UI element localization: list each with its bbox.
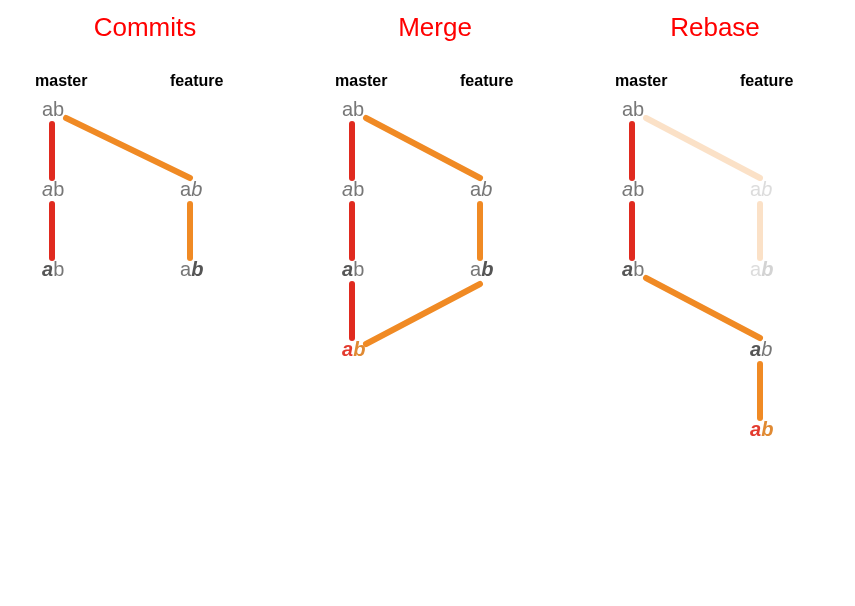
edge-m3-r1 bbox=[646, 278, 760, 338]
node-m3-merge: ab bbox=[342, 258, 364, 281]
node-m1-commits: ab bbox=[42, 98, 64, 121]
edge-m1-f1-rebase-old bbox=[646, 118, 760, 178]
connectors-merge bbox=[300, 0, 570, 420]
node-f2-merge: ab bbox=[470, 258, 493, 281]
node-m2-rebase: ab bbox=[622, 178, 644, 201]
node-f1-merge: ab bbox=[470, 178, 492, 201]
node-merge-commit: ab bbox=[342, 338, 365, 361]
node-m1-merge: ab bbox=[342, 98, 364, 121]
edge-m1-f1-merge bbox=[366, 118, 480, 178]
node-f1-commits: ab bbox=[180, 178, 202, 201]
node-f1-rebase-old: ab bbox=[750, 178, 772, 201]
node-m3-commits: ab bbox=[42, 258, 64, 281]
edge-m1-f1 bbox=[66, 118, 190, 178]
node-f2-rebase-old: ab bbox=[750, 258, 773, 281]
node-m1-rebase: ab bbox=[622, 98, 644, 121]
node-m3-rebase: ab bbox=[622, 258, 644, 281]
connectors-rebase bbox=[580, 0, 850, 600]
node-m2-merge: ab bbox=[342, 178, 364, 201]
node-m2-commits: ab bbox=[42, 178, 64, 201]
node-f2-commits: ab bbox=[180, 258, 203, 281]
node-r2-rebase: ab bbox=[750, 418, 773, 441]
node-r1-rebase: ab bbox=[750, 338, 772, 361]
edge-f2-merge bbox=[366, 284, 480, 344]
